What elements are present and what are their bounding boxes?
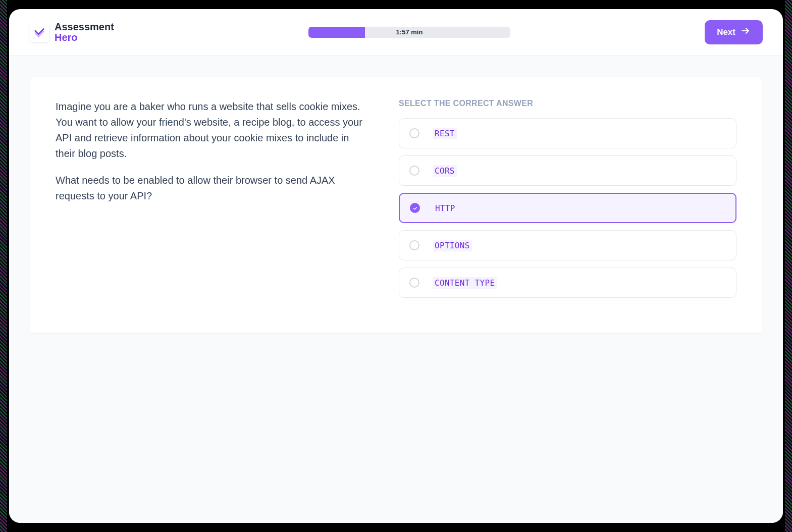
radio-unchecked-icon (409, 240, 419, 250)
answer-option-label: HTTP (433, 202, 457, 214)
answer-option-1[interactable]: CORS (399, 155, 736, 186)
brand: Assessment Hero (29, 22, 114, 43)
answer-option-label: OPTIONS (433, 240, 472, 251)
brand-name: Assessment Hero (55, 22, 114, 43)
radio-unchecked-icon (409, 128, 419, 138)
progress-bar-container: 1:57 min (124, 27, 695, 38)
answer-option-label: REST (433, 128, 457, 139)
question-text-column: Imagine you are a baker who runs a websi… (56, 99, 363, 305)
arrow-right-icon (741, 26, 751, 38)
brand-name-line1: Assessment (55, 22, 114, 32)
brand-name-line2: Hero (55, 32, 114, 43)
brand-logo-icon (29, 22, 49, 42)
answer-option-4[interactable]: CONTENT TYPE (399, 268, 736, 298)
answers-column: SELECT THE CORRECT ANSWER RESTCORSHTTPOP… (399, 99, 736, 305)
timer-progress-fill (308, 27, 365, 38)
answer-option-label: CORS (433, 165, 457, 177)
answer-option-3[interactable]: OPTIONS (399, 230, 736, 260)
app-window: Assessment Hero 1:57 min Next (9, 9, 783, 523)
question-paragraph-1: Imagine you are a baker who runs a websi… (56, 99, 363, 162)
answer-option-0[interactable]: REST (399, 118, 736, 148)
radio-checked-icon (410, 203, 420, 213)
decorative-noise-right (785, 0, 792, 532)
timer-progress-bar: 1:57 min (308, 27, 510, 38)
next-button-label: Next (717, 27, 735, 37)
next-button[interactable]: Next (705, 20, 763, 44)
question-paragraph-2: What needs to be enabled to allow their … (56, 173, 363, 204)
radio-unchecked-icon (409, 278, 419, 288)
answers-heading: SELECT THE CORRECT ANSWER (399, 99, 736, 108)
answer-option-2[interactable]: HTTP (399, 193, 736, 223)
question-card: Imagine you are a baker who runs a websi… (30, 77, 762, 333)
answer-option-label: CONTENT TYPE (433, 277, 497, 289)
main-body: Imagine you are a baker who runs a websi… (9, 56, 783, 523)
radio-unchecked-icon (409, 166, 419, 176)
header: Assessment Hero 1:57 min Next (9, 9, 783, 56)
timer-label: 1:57 min (396, 28, 423, 36)
decorative-noise-left (0, 0, 7, 532)
